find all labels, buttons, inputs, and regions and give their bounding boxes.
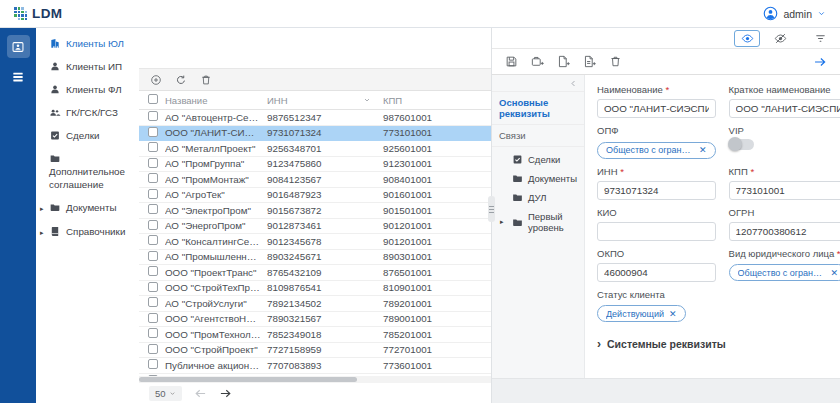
nav-item-клиенты[interactable]: Клиенты ЮЛ: [36, 32, 139, 55]
remove-chip-icon[interactable]: ✕: [831, 268, 839, 278]
table-row[interactable]: ООО "ЛАНИТ-СИЭСПИ"9731071324773101001: [139, 126, 491, 142]
delete-record-button[interactable]: [609, 55, 622, 68]
row-checkbox[interactable]: [148, 235, 158, 245]
table-row[interactable]: ООО "СтройТехПром"8109876541810901001: [139, 281, 491, 297]
nav-item-гк/гск/гсз[interactable]: ГК/ГСК/ГСЗ: [36, 101, 139, 124]
tree-item-дул[interactable]: ДУЛ: [492, 188, 584, 207]
row-checkbox[interactable]: [148, 313, 158, 323]
row-checkbox[interactable]: [148, 220, 158, 230]
select-all-checkbox[interactable]: [148, 94, 158, 104]
nav-item-клиенты[interactable]: Клиенты ИП: [36, 55, 139, 78]
nav-item-сделки[interactable]: Сделки: [36, 124, 139, 147]
rail-clients-button[interactable]: [7, 35, 30, 58]
field-input[interactable]: [729, 99, 840, 118]
subnav-item-main-details[interactable]: Основные реквизиты: [492, 91, 584, 125]
show-view-button[interactable]: [734, 30, 760, 47]
table-row[interactable]: ООО "ПроектТранс"8765432109876501001: [139, 265, 491, 281]
row-checkbox[interactable]: [148, 127, 158, 137]
table-row[interactable]: Публичное акционерное общество7707083893…: [139, 358, 491, 374]
column-header-name[interactable]: Название: [165, 95, 267, 106]
panel-body: Основные реквизиты Связи СделкиДокументы…: [492, 75, 840, 378]
row-checkbox-cell: [139, 266, 165, 278]
row-checkbox[interactable]: [148, 359, 158, 369]
next-page-button[interactable]: [219, 387, 232, 400]
scrollbar-thumb[interactable]: [139, 377, 357, 382]
field-chip[interactable]: Общество с ограниченной ...✕: [729, 264, 840, 281]
nav-item-документы[interactable]: ▸Документы: [36, 196, 139, 220]
system-section-toggle[interactable]: › Системные реквизиты: [597, 338, 827, 350]
save-button[interactable]: [505, 55, 518, 68]
row-checkbox[interactable]: [148, 111, 158, 121]
horizontal-scrollbar[interactable]: [139, 376, 491, 383]
sort-caret-icon[interactable]: [363, 96, 371, 104]
table-row[interactable]: АО "КонсалтингСервис"9012345678901201001: [139, 234, 491, 250]
expand-arrow-icon[interactable]: ▸: [40, 202, 49, 215]
tree-item-сделки[interactable]: Сделки: [492, 150, 584, 169]
table-row[interactable]: АО "ПромышленныеТехнологии"8903245671890…: [139, 250, 491, 266]
nav-item-клиенты[interactable]: Клиенты ФЛ: [36, 78, 139, 101]
table-row[interactable]: ООО "СтройПроект"7727158959772701001: [139, 343, 491, 359]
refresh-button[interactable]: [175, 74, 187, 86]
row-checkbox[interactable]: [148, 158, 158, 168]
user-menu[interactable]: admin: [763, 6, 826, 21]
field-input[interactable]: [597, 99, 716, 118]
add-case-button[interactable]: [531, 55, 544, 68]
field-input[interactable]: [729, 181, 840, 200]
table-row[interactable]: АО "ЭлектроПром"9015673872901501001: [139, 203, 491, 219]
cell-inn: 9016487923: [267, 189, 383, 200]
expand-arrow-icon[interactable]: ▸: [40, 226, 49, 239]
row-checkbox[interactable]: [148, 297, 158, 307]
tree-item-первый-уровень[interactable]: ▸Первый уровень: [492, 207, 584, 237]
expand-arrow-icon[interactable]: ▸: [500, 218, 504, 226]
row-checkbox[interactable]: [148, 266, 158, 276]
row-checkbox[interactable]: [148, 189, 158, 199]
column-header-kpp[interactable]: КПП: [383, 95, 491, 106]
field-input[interactable]: [597, 263, 716, 282]
remove-chip-icon[interactable]: ✕: [669, 309, 677, 319]
rail-registry-button[interactable]: [7, 65, 30, 88]
table-row[interactable]: ООО "ПромТехнологии"7852349018785201001: [139, 327, 491, 343]
row-checkbox[interactable]: [148, 173, 158, 183]
column-header-inn[interactable]: ИНН: [267, 95, 383, 106]
row-checkbox[interactable]: [148, 344, 158, 354]
filter-icon: [814, 32, 827, 45]
table-row[interactable]: АО "ЭнергоПром"9012873461901201001: [139, 219, 491, 235]
subnav-item-links[interactable]: Связи: [492, 125, 584, 147]
table-row[interactable]: АО "Автоцентр-Сервис"9876512347987601001: [139, 110, 491, 126]
table-row[interactable]: АО "ПромМонтаж"9084123567908401001: [139, 172, 491, 188]
table-row[interactable]: АО "СтройУслуги"7892134502789201001: [139, 296, 491, 312]
panel-resize-handle[interactable]: [488, 196, 495, 222]
add-record-button[interactable]: [150, 74, 162, 86]
add-file-button[interactable]: [583, 55, 596, 68]
field-input[interactable]: [597, 222, 716, 241]
table-row[interactable]: АО "ПромГруппа"9123475860912301001: [139, 157, 491, 173]
field-input[interactable]: [729, 222, 840, 241]
delete-button[interactable]: [200, 74, 212, 86]
page-size-select[interactable]: 50: [149, 386, 182, 401]
field-chip[interactable]: Общество с ограниченной ...✕: [597, 142, 716, 159]
nav-item-справочники[interactable]: ▸Справочники: [36, 220, 139, 244]
table-row[interactable]: АО "МеталлПроект"9256348701925601001: [139, 141, 491, 157]
row-checkbox[interactable]: [148, 251, 158, 261]
row-checkbox[interactable]: [148, 204, 158, 214]
filter-button[interactable]: [814, 31, 827, 46]
collapse-panel-button[interactable]: [492, 75, 584, 91]
tree-item-документы[interactable]: Документы: [492, 169, 584, 188]
subnav-tree: СделкиДокументыДУЛ▸Первый уровень: [492, 147, 584, 237]
row-checkbox[interactable]: [148, 328, 158, 338]
field-chip[interactable]: Действующий✕: [597, 305, 686, 322]
add-document-button[interactable]: [557, 55, 570, 68]
remove-chip-icon[interactable]: ✕: [699, 145, 707, 155]
table-row[interactable]: АО "АгроТек"9016487923901601001: [139, 188, 491, 204]
hide-view-button[interactable]: [768, 31, 792, 46]
prev-page-button[interactable]: [194, 387, 207, 400]
table-row[interactable]: ООО "АгентствоНедвижимости"7890321567789…: [139, 312, 491, 328]
panel-footer: [492, 378, 840, 403]
row-checkbox[interactable]: [148, 142, 158, 152]
vip-toggle[interactable]: [729, 139, 754, 150]
row-checkbox[interactable]: [148, 282, 158, 292]
forward-button[interactable]: [813, 55, 827, 69]
tree-item-label: Документы: [528, 173, 577, 184]
field-input[interactable]: [597, 181, 716, 200]
nav-item-дополнительное[interactable]: Дополнительное соглашение: [36, 147, 139, 196]
